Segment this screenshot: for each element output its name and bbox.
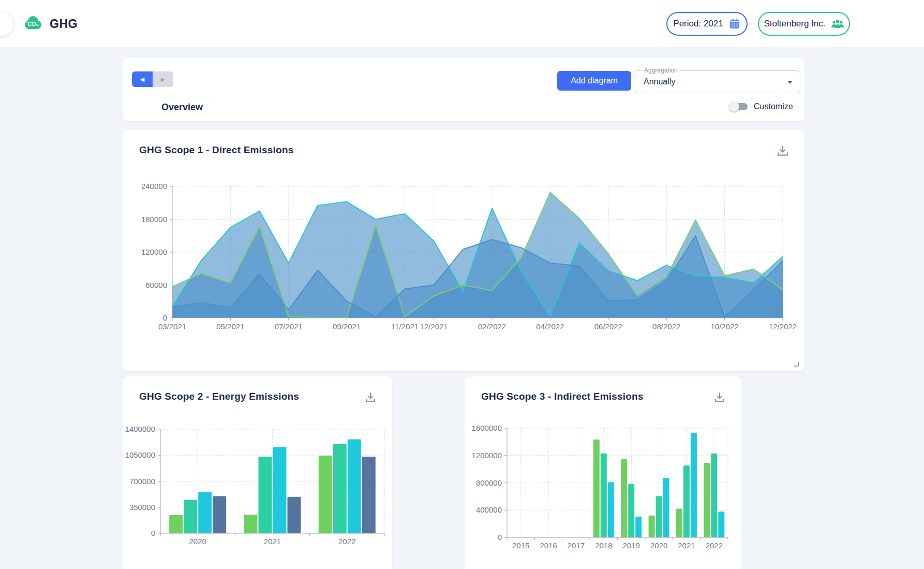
scope3-download-button[interactable] — [712, 391, 727, 405]
svg-text:240000: 240000 — [141, 182, 167, 191]
scope1-title: GHG Scope 1 - Direct Emissions — [139, 144, 293, 156]
prev-tab-button[interactable]: ◀ — [132, 71, 153, 87]
scope1-area-chart[interactable]: 06000012000018000024000003/202105/202107… — [123, 130, 804, 371]
app-title: GHG — [50, 17, 78, 31]
logo-badge-text: CO₂ — [27, 21, 39, 27]
download-icon — [776, 144, 789, 158]
app-logo: CO₂ GHG — [23, 13, 78, 34]
calendar-icon — [728, 18, 741, 30]
scope1-card: 06000012000018000024000003/202105/202107… — [123, 130, 804, 371]
svg-text:2019: 2019 — [623, 541, 640, 550]
svg-text:120000: 120000 — [141, 247, 167, 256]
svg-text:350000: 350000 — [129, 503, 155, 512]
co2-cloud-icon: CO₂ — [23, 13, 43, 34]
svg-text:2021: 2021 — [264, 537, 281, 546]
svg-text:2016: 2016 — [540, 541, 557, 550]
scope1-download-button[interactable] — [776, 144, 790, 159]
tab-overview[interactable]: Overview — [161, 102, 203, 113]
svg-text:12/2021: 12/2021 — [420, 322, 448, 331]
next-tab-button[interactable]: ▶ — [153, 71, 173, 87]
svg-text:08/2022: 08/2022 — [652, 322, 680, 331]
scope3-title: GHG Scope 3 - Indirect Emissions — [481, 391, 644, 402]
company-button[interactable]: Stoltenberg Inc. — [758, 12, 850, 36]
svg-text:2021: 2021 — [678, 541, 695, 550]
add-diagram-button[interactable]: Add diagram — [557, 71, 631, 91]
svg-text:2015: 2015 — [512, 541, 529, 550]
aggregation-select-label: Aggregation — [642, 67, 680, 74]
scope2-bar-chart[interactable]: 035000070000010500001400000202020212022 — [123, 376, 392, 569]
svg-text:10/2022: 10/2022 — [711, 322, 739, 331]
download-icon — [713, 391, 726, 404]
period-button[interactable]: Period: 2021 — [666, 12, 748, 36]
svg-text:2017: 2017 — [568, 541, 585, 550]
svg-text:60000: 60000 — [145, 281, 167, 289]
svg-text:1600000: 1600000 — [472, 424, 502, 432]
app-header: CO₂ GHG Period: 2021 Stoltenberg Inc. — [0, 0, 924, 48]
period-button-label: Period: 2021 — [673, 19, 723, 29]
svg-text:11/2021: 11/2021 — [391, 322, 419, 331]
tab-nav-group: ◀ ▶ — [132, 71, 173, 87]
svg-text:2020: 2020 — [650, 541, 667, 550]
svg-text:12/2022: 12/2022 — [769, 322, 797, 331]
svg-text:0: 0 — [151, 529, 155, 537]
svg-text:06/2022: 06/2022 — [594, 322, 622, 331]
svg-text:2020: 2020 — [189, 537, 206, 546]
scope3-card: 0400000800000120000016000002015201620172… — [465, 376, 741, 569]
tab-divider — [212, 101, 212, 112]
toggle-knob — [729, 101, 739, 112]
svg-text:400000: 400000 — [476, 505, 502, 514]
users-icon — [831, 19, 844, 29]
customize-toggle[interactable] — [730, 103, 748, 110]
scope2-download-button[interactable] — [363, 391, 378, 405]
svg-text:03/2021: 03/2021 — [158, 322, 186, 331]
chevron-right-icon: ▶ — [161, 76, 165, 83]
svg-text:05/2021: 05/2021 — [216, 322, 244, 331]
svg-text:1200000: 1200000 — [472, 451, 502, 460]
customize-label: Customize — [754, 102, 793, 111]
svg-text:07/2021: 07/2021 — [275, 322, 303, 331]
aggregation-select-value: Annually — [644, 77, 675, 86]
svg-text:04/2022: 04/2022 — [536, 322, 564, 331]
svg-text:2022: 2022 — [706, 541, 723, 550]
svg-text:800000: 800000 — [476, 478, 502, 487]
floating-widget-button[interactable] — [0, 12, 13, 36]
company-button-label: Stoltenberg Inc. — [764, 19, 825, 29]
svg-text:0: 0 — [163, 313, 167, 322]
svg-text:2022: 2022 — [338, 537, 355, 546]
chevron-down-icon — [787, 81, 793, 84]
svg-text:0: 0 — [498, 533, 502, 542]
scope2-card: 035000070000010500001400000202020212022 … — [123, 376, 392, 569]
svg-text:02/2022: 02/2022 — [478, 322, 506, 331]
svg-text:1400000: 1400000 — [125, 425, 155, 433]
svg-text:700000: 700000 — [129, 477, 155, 486]
scope2-title: GHG Scope 2 - Energy Emissions — [139, 391, 299, 402]
dashboard-toolbar: ◀ ▶ Overview Add diagram Aggregation Ann… — [123, 58, 804, 121]
chevron-left-icon: ◀ — [140, 76, 144, 83]
svg-text:1050000: 1050000 — [125, 450, 155, 459]
resize-corner-icon[interactable] — [792, 360, 799, 367]
svg-text:09/2021: 09/2021 — [333, 322, 361, 331]
customize-toggle-row: Customize — [730, 102, 793, 111]
svg-text:2018: 2018 — [595, 541, 612, 550]
aggregation-select[interactable]: Aggregation Annually — [635, 70, 800, 93]
scope3-bar-chart[interactable]: 0400000800000120000016000002015201620172… — [465, 376, 741, 569]
svg-text:180000: 180000 — [141, 215, 167, 224]
download-icon — [364, 391, 377, 404]
